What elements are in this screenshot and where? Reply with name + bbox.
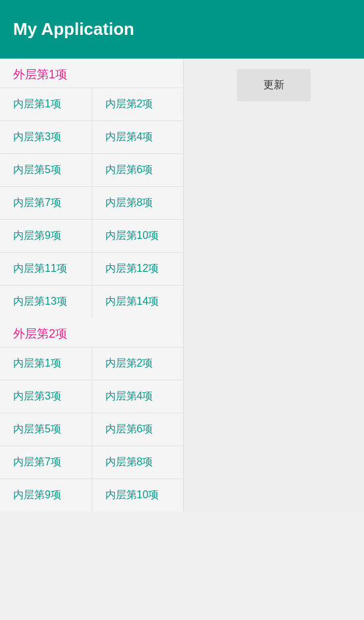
update-button[interactable]: 更新 xyxy=(237,69,311,101)
inner-grid-1: 内层第1项内层第2项内层第3项内层第4项内层第5项内层第6项内层第7项内层第8项… xyxy=(0,88,183,318)
list-item[interactable]: 内层第10项 xyxy=(92,479,184,511)
table-row[interactable]: 内层第5项内层第6项 xyxy=(0,413,183,446)
list-item[interactable]: 内层第8项 xyxy=(92,187,184,219)
list-item[interactable]: 内层第5项 xyxy=(0,154,92,186)
table-row[interactable]: 内层第7项内层第8项 xyxy=(0,186,183,219)
list-item[interactable]: 内层第1项 xyxy=(0,348,92,380)
list-item[interactable]: 内层第11项 xyxy=(0,253,92,285)
right-panel: 更新 xyxy=(184,59,364,511)
table-row[interactable]: 内层第3项内层第4项 xyxy=(0,120,183,153)
list-item[interactable]: 内层第4项 xyxy=(92,121,184,153)
inner-grid-2: 内层第1项内层第2项内层第3项内层第4项内层第5项内层第6项内层第7项内层第8项… xyxy=(0,347,183,511)
table-row[interactable]: 内层第1项内层第2项 xyxy=(0,347,183,380)
table-row[interactable]: 内层第11项内层第12项 xyxy=(0,252,183,285)
table-row[interactable]: 内层第13项内层第14项 xyxy=(0,285,183,318)
list-item[interactable]: 内层第2项 xyxy=(92,88,184,120)
list-item[interactable]: 内层第13项 xyxy=(0,286,92,318)
list-item[interactable]: 内层第14项 xyxy=(92,286,184,318)
outer-item-label-1[interactable]: 外层第1项 xyxy=(0,59,183,88)
list-item[interactable]: 内层第8项 xyxy=(92,446,184,478)
list-item[interactable]: 内层第2项 xyxy=(92,348,184,380)
list-item[interactable]: 内层第10项 xyxy=(92,220,184,252)
list-item[interactable]: 内层第6项 xyxy=(92,154,184,186)
list-item[interactable]: 内层第9项 xyxy=(0,479,92,511)
list-item[interactable]: 内层第5项 xyxy=(0,413,92,446)
list-item[interactable]: 内层第7项 xyxy=(0,446,92,478)
outer-group-1: 外层第1项内层第1项内层第2项内层第3项内层第4项内层第5项内层第6项内层第7项… xyxy=(0,59,183,318)
app-title: My Application xyxy=(13,19,134,39)
table-row[interactable]: 内层第9项内层第10项 xyxy=(0,219,183,252)
table-row[interactable]: 内层第7项内层第8项 xyxy=(0,446,183,478)
list-item[interactable]: 内层第3项 xyxy=(0,380,92,413)
table-row[interactable]: 内层第5项内层第6项 xyxy=(0,153,183,186)
list-item[interactable]: 内层第7项 xyxy=(0,187,92,219)
list-item[interactable]: 内层第9项 xyxy=(0,220,92,252)
list-item[interactable]: 内层第12项 xyxy=(92,253,184,285)
list-item[interactable]: 内层第1项 xyxy=(0,88,92,120)
list-item[interactable]: 内层第3项 xyxy=(0,121,92,153)
outer-group-2: 外层第2项内层第1项内层第2项内层第3项内层第4项内层第5项内层第6项内层第7项… xyxy=(0,318,183,511)
table-row[interactable]: 内层第3项内层第4项 xyxy=(0,380,183,413)
outer-item-label-2[interactable]: 外层第2项 xyxy=(0,318,183,347)
list-item[interactable]: 内层第4项 xyxy=(92,380,184,413)
table-row[interactable]: 内层第1项内层第2项 xyxy=(0,88,183,120)
left-panel: 外层第1项内层第1项内层第2项内层第3项内层第4项内层第5项内层第6项内层第7项… xyxy=(0,59,184,511)
main-content: 外层第1项内层第1项内层第2项内层第3项内层第4项内层第5项内层第6项内层第7项… xyxy=(0,59,364,511)
table-row[interactable]: 内层第9项内层第10项 xyxy=(0,478,183,511)
list-item[interactable]: 内层第6项 xyxy=(92,413,184,446)
app-header: My Application xyxy=(0,0,364,59)
